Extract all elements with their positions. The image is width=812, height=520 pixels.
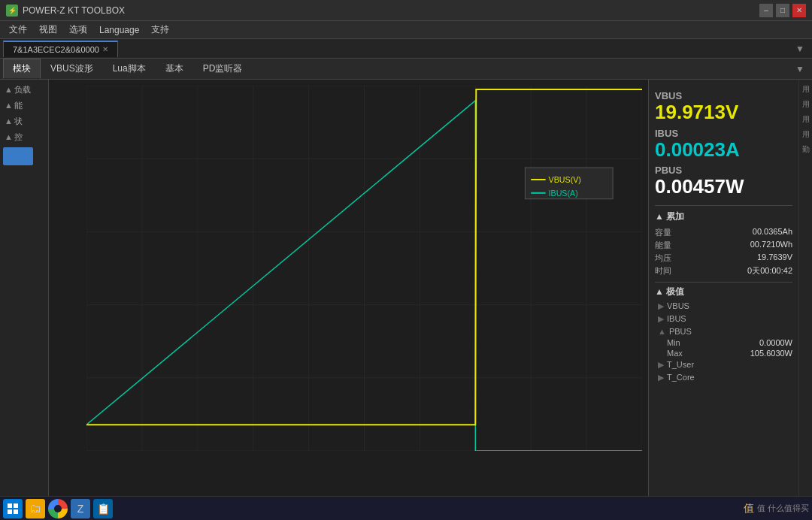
- svg-rect-62: [14, 509, 18, 514]
- inner-tab-Lua脚本[interactable]: Lua脚本: [103, 59, 156, 79]
- ibus-expand-icon: ▶: [658, 314, 664, 324]
- taskbar-brand: 值 值 什么值得买: [744, 502, 809, 515]
- svg-rect-59: [8, 503, 12, 508]
- extremes-tuser[interactable]: ▶ T_User: [655, 358, 792, 371]
- acc-row-avg-voltage: 均压 19.7639V: [655, 252, 792, 265]
- menu-item-Language[interactable]: Language: [93, 23, 145, 37]
- acc-time-value: 0天00:00:42: [747, 265, 792, 277]
- tab-device[interactable]: 7&1A3ECEC2&0&0000 ✕: [3, 41, 118, 57]
- far-right-labels: 用 用 用 用 勤: [798, 80, 812, 496]
- acc-avg-voltage-label: 均压: [655, 252, 671, 264]
- acc-title[interactable]: ▲ 累加: [655, 210, 792, 223]
- file-explorer-icon[interactable]: 🗂: [26, 499, 45, 518]
- right-label-1: 用: [799, 83, 813, 96]
- extremes-tcore[interactable]: ▶ T_Core: [655, 371, 792, 384]
- acc-capacity-label: 容量: [655, 227, 671, 238]
- inner-tabs: 模块VBUS波形Lua脚本基本PD监听器▼: [0, 59, 812, 80]
- tcore-expand-icon: ▶: [658, 373, 664, 382]
- inner-tab-PD监听器[interactable]: PD监听器: [193, 59, 253, 79]
- menu-item-文件[interactable]: 文件: [3, 22, 33, 38]
- pbus-min-value: 0.0000W: [759, 338, 792, 347]
- taskbar: 🗂 Z 📋 值 值 什么值得买: [0, 496, 812, 520]
- right-label-2: 用: [799, 98, 813, 111]
- acc-row-energy: 能量 00.7210Wh: [655, 239, 792, 252]
- sidebar-section-2[interactable]: ▲状: [2, 114, 47, 128]
- acc-time-label: 时间: [655, 265, 671, 277]
- app-icon: ⚡: [6, 5, 18, 17]
- acc-arrow-icon: ▲: [655, 211, 664, 222]
- tab-device-label: 7&1A3ECEC2&0&0000: [13, 45, 99, 54]
- svg-rect-61: [8, 509, 12, 514]
- title-bar: ⚡ POWER-Z KT TOOLBOX – □ ✕: [0, 0, 812, 21]
- start-button[interactable]: [3, 499, 23, 518]
- sidebar-section-1[interactable]: ▲能: [2, 98, 47, 113]
- app1-icon[interactable]: Z: [71, 499, 90, 518]
- app-title: POWER-Z KT TOOLBOX: [23, 5, 759, 16]
- extremes-pbus[interactable]: ▲ PBUS: [655, 325, 792, 337]
- extremes-pbus-label: PBUS: [669, 327, 692, 336]
- sidebar-action-button[interactable]: [3, 147, 33, 165]
- ibus-value: 0.00023A: [655, 139, 792, 161]
- window-controls: – □ ✕: [759, 4, 806, 17]
- pbus-max-value: 105.6030W: [750, 349, 792, 358]
- acc-avg-voltage-value: 19.7639V: [757, 252, 792, 264]
- right-label-5: 勤: [799, 143, 813, 156]
- close-button[interactable]: ✕: [792, 4, 806, 17]
- main-content: ▲负载▲能▲状▲控: [0, 80, 812, 496]
- menu-item-支持[interactable]: 支持: [145, 22, 175, 38]
- svg-text:VBUS(V): VBUS(V): [549, 175, 581, 184]
- pbus-max-row: Max 105.6030W: [667, 348, 792, 358]
- tab-dropdown-icon[interactable]: ▼: [791, 44, 809, 54]
- vbus-label: VBUS: [655, 90, 792, 101]
- inner-tab-VBUS波形[interactable]: VBUS波形: [41, 59, 103, 79]
- inner-tab-基本[interactable]: 基本: [156, 59, 193, 79]
- extremes-vbus-label: VBUS: [667, 301, 689, 310]
- brand-text: 值 什么值得买: [757, 503, 809, 514]
- acc-row-capacity: 容量 00.0365Ah: [655, 226, 792, 239]
- tab-bar: 7&1A3ECEC2&0&0000 ✕ ▼: [0, 39, 812, 59]
- acc-title-text: 累加: [666, 211, 684, 222]
- inner-tab-模块[interactable]: 模块: [3, 59, 41, 79]
- extremes-ibus-label: IBUS: [667, 314, 686, 323]
- svg-text:IBUS(A): IBUS(A): [549, 189, 578, 198]
- acc-energy-label: 能量: [655, 240, 671, 251]
- extremes-tcore-label: T_Core: [667, 373, 695, 382]
- extremes-ibus[interactable]: ▶ IBUS: [655, 313, 792, 325]
- svg-rect-60: [14, 503, 18, 508]
- acc-energy-value: 00.7210Wh: [750, 240, 792, 251]
- menu-item-视图[interactable]: 视图: [33, 22, 63, 38]
- left-sidebar: ▲负载▲能▲状▲控: [0, 80, 49, 496]
- menu-item-选项[interactable]: 选项: [63, 22, 93, 38]
- pbus-label: PBUS: [655, 165, 792, 176]
- inner-tab-dropdown[interactable]: ▼: [791, 64, 809, 74]
- chart-container: 20 16 12 8 4 0 5.4 4.32 3.24 2.16 1.08 0…: [86, 86, 642, 451]
- sidebar-section-0[interactable]: ▲负载: [2, 83, 47, 97]
- app2-icon[interactable]: 📋: [93, 499, 113, 518]
- extremes-vbus[interactable]: ▶ VBUS: [655, 300, 792, 313]
- pbus-value: 0.00457W: [655, 176, 792, 198]
- vbus-expand-icon: ▶: [658, 301, 664, 311]
- pbus-min-label: Min: [667, 338, 680, 347]
- pbus-min-row: Min 0.0000W: [667, 337, 792, 348]
- sidebar-section-3[interactable]: ▲控: [2, 130, 47, 144]
- right-panel: VBUS 19.9713V IBUS 0.00023A PBUS 0.00457…: [648, 80, 798, 496]
- ibus-label: IBUS: [655, 128, 792, 139]
- extremes-section: ▲ 极值 ▶ VBUS ▶ IBUS ▲ PBUS Min 0.0000W: [655, 282, 792, 384]
- pbus-section: PBUS 0.00457W: [655, 165, 792, 198]
- pbus-max-label: Max: [667, 349, 683, 358]
- maximize-button[interactable]: □: [776, 4, 789, 17]
- right-label-3: 用: [799, 113, 813, 126]
- acc-row-time: 时间 0天00:00:42: [655, 265, 792, 277]
- extremes-title[interactable]: ▲ 极值: [655, 286, 792, 298]
- pbus-extremes-sub: Min 0.0000W Max 105.6030W: [655, 337, 792, 358]
- right-label-4: 用: [799, 128, 813, 141]
- minimize-button[interactable]: –: [759, 4, 773, 17]
- vbus-value: 19.9713V: [655, 101, 792, 123]
- browser-icon[interactable]: [48, 499, 68, 518]
- accumulation-section: ▲ 累加 容量 00.0365Ah 能量 00.7210Wh 均压 19.763…: [655, 205, 792, 277]
- chart-svg: 20 16 12 8 4 0 5.4 4.32 3.24 2.16 1.08 0…: [86, 86, 642, 451]
- acc-capacity-value: 00.0365Ah: [753, 227, 792, 238]
- ibus-section: IBUS 0.00023A: [655, 128, 792, 161]
- tab-close-icon[interactable]: ✕: [102, 45, 108, 53]
- extremes-arrow-icon: ▲: [655, 286, 664, 297]
